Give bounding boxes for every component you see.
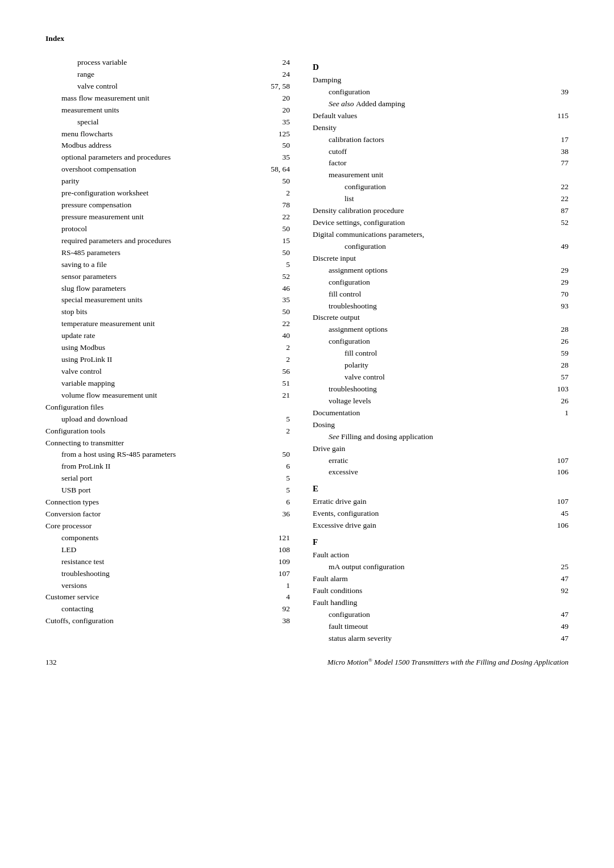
entry-text: Core processor: [45, 520, 290, 532]
entry-page: 87: [561, 205, 569, 217]
page-footer: 132 Micro Motion® Model 1500 Transmitter…: [45, 657, 569, 667]
list-item: Fault alarm47: [313, 573, 569, 585]
list-item: configuration29: [313, 277, 569, 289]
entry-page: 4: [286, 591, 290, 603]
entry-page: 103: [557, 383, 569, 395]
list-item: Connecting to transmitter: [45, 437, 290, 449]
entry-text: Configuration tools: [45, 425, 283, 437]
index-letter: D: [313, 62, 569, 72]
entry-text: status alarm severity: [313, 633, 558, 645]
list-item: Dosing: [313, 419, 569, 431]
list-item: LED108: [45, 544, 290, 556]
entry-text: menu flowcharts: [45, 128, 275, 140]
list-item: sensor parameters52: [45, 271, 290, 283]
list-item: fault timeout49: [313, 621, 569, 633]
entry-page: 28: [561, 324, 569, 336]
entry-text: See Filling and dosing application: [313, 431, 569, 443]
list-item: mA output configuration25: [313, 561, 569, 573]
entry-page: 22: [561, 181, 569, 193]
entry-page: 26: [561, 336, 569, 348]
entry-page: 22: [561, 193, 569, 205]
entry-page: 6: [286, 496, 290, 508]
entry-text: Damping: [313, 74, 569, 86]
list-item: variable mapping51: [45, 378, 290, 390]
list-item: Fault conditions92: [313, 585, 569, 597]
entry-text: pressure compensation: [45, 199, 279, 211]
entry-text: saving to a file: [45, 259, 283, 271]
index-letter: F: [313, 537, 569, 547]
right-column: DDampingconfiguration39See also Added da…: [307, 57, 569, 644]
entry-text: USB port: [45, 485, 283, 496]
list-item: Cutoffs, configuration38: [45, 615, 290, 627]
entry-text: Default values: [313, 110, 554, 122]
list-item: troubleshooting103: [313, 383, 569, 395]
entry-text: troubleshooting: [45, 568, 275, 580]
entry-text: volume flow measurement unit: [45, 390, 279, 402]
list-item: erratic107: [313, 455, 569, 467]
entry-text: assignment options: [313, 324, 558, 336]
entry-page: 47: [561, 573, 569, 585]
entry-text: using ProLink II: [45, 354, 283, 366]
list-item: voltage levels26: [313, 395, 569, 407]
entry-page: 5: [286, 259, 290, 271]
entry-page: 35: [283, 116, 291, 128]
entry-text: See also Added damping: [313, 98, 569, 110]
entry-page: 59: [561, 348, 569, 360]
entry-page: 2: [286, 342, 290, 354]
list-item: fill control59: [313, 348, 569, 360]
entry-page: 38: [561, 146, 569, 158]
list-item: Events, configuration45: [313, 508, 569, 520]
list-item: upload and download5: [45, 414, 290, 425]
list-item: parity50: [45, 176, 290, 187]
entry-page: 107: [279, 568, 290, 580]
entry-text: Fault alarm: [313, 573, 558, 585]
list-item: calibration factors17: [313, 134, 569, 146]
list-item: Documentation1: [313, 407, 569, 419]
index-content: process variable24range24valve control57…: [45, 57, 569, 644]
page: Index process variable24range24valve con…: [0, 0, 614, 690]
entry-text: configuration: [313, 336, 558, 348]
entry-text: fault timeout: [313, 621, 558, 633]
entry-text: polarity: [313, 360, 558, 372]
entry-page: 56: [283, 366, 291, 378]
entry-page: 29: [561, 265, 569, 277]
entry-page: 57: [561, 372, 569, 383]
list-item: Damping: [313, 74, 569, 86]
list-item: Modbus address50: [45, 140, 290, 152]
entry-page: 29: [561, 277, 569, 289]
list-item: overshoot compensation58, 64: [45, 164, 290, 176]
list-item: pre-configuration worksheet2: [45, 187, 290, 199]
list-item: mass flow measurement unit20: [45, 93, 290, 105]
entry-page: 50: [283, 247, 291, 259]
list-item: Default values115: [313, 110, 569, 122]
entry-page: 5: [286, 473, 290, 485]
entry-text: Events, configuration: [313, 508, 558, 520]
entry-text: special measurement units: [45, 294, 279, 306]
list-item: using ProLink II2: [45, 354, 290, 366]
entry-page: 50: [283, 223, 291, 235]
entry-page: 17: [561, 134, 569, 146]
entry-page: 35: [283, 152, 291, 164]
list-item: Fault action: [313, 549, 569, 561]
entry-text: measurement units: [45, 105, 279, 116]
list-item: valve control57: [313, 372, 569, 383]
entry-page: 121: [279, 532, 290, 544]
entry-page: 21: [283, 390, 291, 402]
list-item: See Filling and dosing application: [313, 431, 569, 443]
entry-text: Excessive drive gain: [313, 520, 554, 532]
entry-page: 78: [283, 199, 291, 211]
entry-page: 52: [561, 217, 569, 229]
entry-page: 125: [279, 128, 290, 140]
entry-page: 52: [283, 271, 291, 283]
list-item: See also Added damping: [313, 98, 569, 110]
entry-text: components: [45, 532, 275, 544]
entry-text: pressure measurement unit: [45, 211, 279, 223]
entry-text: configuration: [313, 86, 558, 98]
entry-page: 77: [561, 157, 569, 169]
entry-text: update rate: [45, 330, 279, 342]
entry-page: 57, 58: [271, 81, 290, 93]
entry-text: overshoot compensation: [45, 164, 267, 176]
entry-page: 47: [561, 609, 569, 621]
entry-text: assignment options: [313, 265, 558, 277]
list-item: Discrete output: [313, 312, 569, 324]
